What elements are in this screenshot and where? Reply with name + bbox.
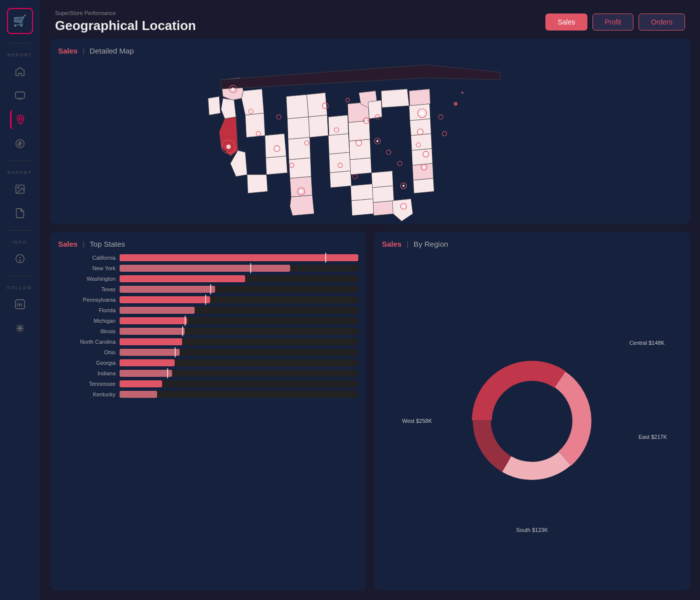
bar-track (120, 307, 358, 314)
info-section-label: INFO (13, 240, 28, 245)
bar-label: Pennsylvania (58, 297, 116, 303)
profit-button[interactable]: Profit (592, 14, 634, 31)
image-export-icon[interactable] (10, 179, 30, 199)
svg-point-85 (454, 102, 457, 106)
pdf-export-icon[interactable] (10, 203, 30, 223)
svg-marker-22 (247, 175, 268, 193)
bar-label: California (58, 255, 116, 261)
svg-point-68 (358, 142, 360, 144)
bar-row: Michigan (58, 317, 358, 324)
location-icon[interactable] (10, 110, 30, 130)
svg-marker-24 (287, 117, 310, 140)
sales-button[interactable]: Sales (545, 14, 587, 31)
bar-fill (120, 254, 358, 261)
bar-fill (120, 317, 187, 324)
svg-marker-27 (290, 177, 313, 197)
bar-row: Illinois (58, 328, 358, 335)
page-subtitle: SuperStore Performance (55, 10, 196, 16)
bar-marker (185, 316, 186, 326)
svg-point-80 (402, 185, 404, 187)
bar-fill (120, 307, 195, 314)
bar-fill (120, 359, 175, 366)
bar-fill (120, 380, 162, 387)
svg-marker-26 (289, 158, 311, 178)
finance-icon[interactable] (10, 134, 30, 154)
svg-marker-30 (328, 115, 348, 136)
svg-point-1 (19, 117, 22, 120)
bar-fill (120, 370, 172, 377)
map-section-header: Sales | Detailed Map (58, 47, 682, 55)
bar-track (120, 370, 358, 377)
bar-track (120, 391, 358, 398)
svg-marker-47 (413, 178, 434, 193)
bottom-row: Sales | Top States CaliforniaNew YorkWas… (50, 232, 690, 590)
bar-track (120, 286, 358, 293)
bar-row: California (58, 254, 358, 261)
svg-marker-23 (286, 95, 309, 119)
bar-row: Washington (58, 275, 358, 282)
top-states-title-primary: Sales (58, 240, 78, 248)
export-section-label: EXPORT (8, 170, 32, 175)
region-south-label: South $123K (516, 527, 548, 533)
grid-icon[interactable] (10, 318, 30, 338)
svg-marker-51 (351, 184, 373, 201)
bar-label: North Carolina (58, 339, 116, 345)
report-section-label: REPORT (8, 53, 32, 58)
orders-button[interactable]: Orders (638, 14, 685, 31)
bar-label: Florida (58, 307, 116, 313)
sidebar-divider-3 (10, 230, 30, 231)
svg-marker-56 (208, 97, 221, 115)
region-east-label: East $217K (638, 434, 667, 440)
bar-label: Indiana (58, 370, 116, 376)
bar-track (120, 328, 358, 335)
bar-marker (167, 368, 168, 378)
bar-track (120, 338, 358, 345)
sidebar-divider-1 (10, 43, 30, 44)
svg-marker-29 (309, 115, 328, 138)
bar-marker (325, 253, 326, 263)
bar-row: Texas (58, 286, 358, 293)
svg-marker-53 (290, 195, 314, 216)
svg-marker-44 (411, 134, 432, 150)
map-title-secondary: Detailed Map (90, 47, 134, 55)
svg-marker-39 (368, 100, 382, 119)
bar-fill (120, 286, 215, 293)
bar-fill (120, 328, 185, 335)
linkedin-icon[interactable] (10, 294, 30, 314)
bar-fill (120, 349, 180, 356)
main-content: SuperStore Performance Geographical Loca… (40, 0, 700, 600)
bar-fill (120, 275, 245, 282)
sidebar-divider-2 (10, 161, 30, 161)
sidebar: 🛒 REPORT EXPORT (0, 0, 40, 600)
svg-marker-50 (373, 201, 394, 216)
svg-marker-42 (409, 104, 430, 121)
bar-track (120, 380, 358, 387)
svg-marker-37 (350, 158, 371, 174)
bar-fill (120, 338, 182, 345)
svg-point-86 (461, 92, 463, 94)
header-buttons: Sales Profit Orders (545, 14, 685, 31)
map-divider: | (83, 47, 85, 55)
top-states-header: Sales | Top States (58, 240, 358, 248)
bar-track (120, 265, 358, 272)
region-west-label: West $258K (402, 418, 432, 424)
chat-icon[interactable] (10, 86, 30, 106)
svg-marker-31 (328, 134, 349, 154)
bar-row: Kentucky (58, 391, 358, 398)
svg-marker-48 (371, 171, 393, 188)
home-icon[interactable] (10, 62, 30, 82)
svg-marker-17 (242, 89, 264, 115)
logo-icon: 🛒 (13, 15, 27, 28)
svg-marker-40 (381, 89, 409, 108)
svg-point-58 (226, 145, 231, 149)
bar-track (120, 359, 358, 366)
page-title: Geographical Location (55, 18, 196, 34)
page-header: SuperStore Performance Geographical Loca… (40, 0, 700, 39)
bar-row: Georgia (58, 359, 358, 366)
bar-fill (120, 265, 290, 272)
svg-point-78 (276, 148, 278, 150)
bar-row: Florida (58, 307, 358, 314)
info-icon[interactable] (10, 249, 30, 269)
map-section: Sales | Detailed Map .state { fill: #2a1… (50, 39, 690, 224)
bar-label: Illinois (58, 328, 116, 334)
